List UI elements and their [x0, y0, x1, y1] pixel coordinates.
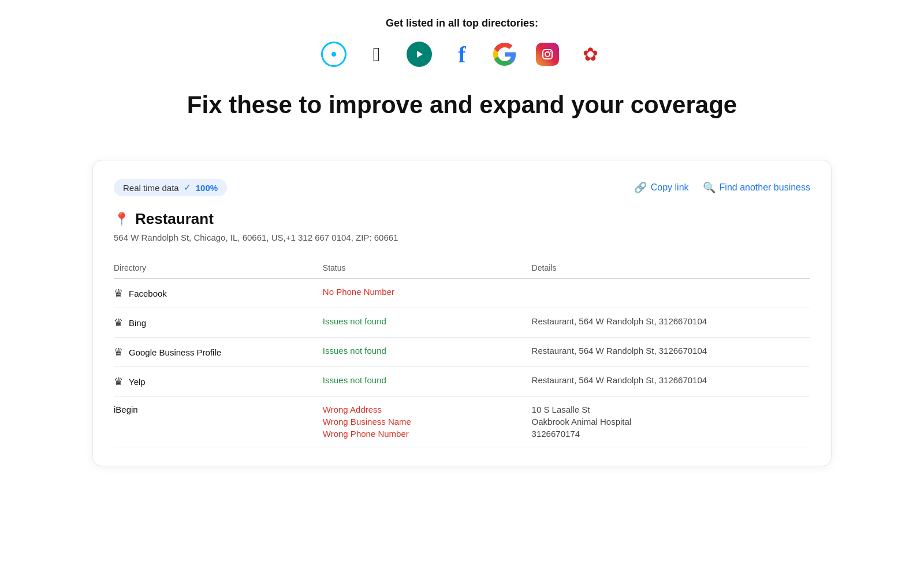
table-row: ♛FacebookNo Phone Number	[114, 279, 810, 308]
find-business-label: Find another business	[720, 182, 810, 193]
business-card: Real time data ✓ 100% 🔗 Copy link 🔍 Find…	[92, 160, 832, 466]
dir-name-text: Yelp	[129, 377, 146, 387]
status-line: Wrong Address	[323, 405, 532, 414]
directory-name: ♛Yelp	[114, 375, 323, 388]
dir-name-text: iBegin	[114, 405, 138, 414]
details-cell	[532, 279, 810, 308]
crown-icon: ♛	[114, 375, 123, 388]
details-cell: 10 S Lasalle StOakbrook Animal Hospital3…	[532, 397, 810, 447]
crown-icon: ♛	[114, 316, 123, 329]
directory-name: iBegin	[114, 405, 323, 414]
col-details: Details	[532, 259, 810, 279]
card-header: Real time data ✓ 100% 🔗 Copy link 🔍 Find…	[114, 179, 810, 196]
svg-point-0	[331, 52, 336, 57]
details-text: Restaurant, 564 W Randolph St, 312667010…	[532, 316, 707, 326]
copy-link-label: Copy link	[651, 182, 689, 193]
top-heading: Get listed in all top directories:	[92, 17, 832, 29]
bing-icon	[406, 41, 433, 68]
apple-icon: 	[363, 41, 390, 68]
table-row: ♛Google Business ProfileIssues not found…	[114, 338, 810, 367]
svg-marker-1	[417, 51, 423, 58]
find-business-button[interactable]: 🔍 Find another business	[703, 181, 810, 194]
yelp-icon: ✿	[577, 41, 603, 68]
google-icon	[491, 41, 518, 68]
brand-icons-row:  f	[92, 41, 832, 68]
dir-name-text: Google Business Profile	[129, 347, 221, 357]
badge-label: Real time data	[123, 183, 179, 193]
business-address: 564 W Randolph St, Chicago, IL, 60661, U…	[114, 233, 810, 242]
table-header-row: Directory Status Details	[114, 259, 810, 279]
status-cell: Issues not found	[323, 308, 532, 338]
col-directory: Directory	[114, 259, 323, 279]
search-icon: 🔍	[703, 181, 716, 194]
directory-name: ♛Facebook	[114, 287, 323, 300]
business-title: 📍 Restaurant	[114, 210, 810, 228]
details-line: 3126670174	[532, 429, 810, 439]
crown-icon: ♛	[114, 287, 123, 300]
details-cell: Restaurant, 564 W Randolph St, 312667010…	[532, 308, 810, 338]
check-mark: ✓	[184, 182, 191, 193]
location-icon: 📍	[114, 212, 129, 227]
card-actions: 🔗 Copy link 🔍 Find another business	[634, 181, 810, 194]
status-text: No Phone Number	[323, 287, 394, 297]
main-heading: Fix these to improve and expand your cov…	[92, 91, 832, 119]
details-line: Oakbrook Animal Hospital	[532, 417, 810, 427]
status-line: Wrong Business Name	[323, 417, 532, 427]
link-icon: 🔗	[634, 181, 647, 194]
details-cell: Restaurant, 564 W Randolph St, 312667010…	[532, 367, 810, 397]
table-row: iBeginWrong AddressWrong Business NameWr…	[114, 397, 810, 447]
facebook-icon: f	[449, 41, 475, 68]
status-line: Wrong Phone Number	[323, 429, 532, 439]
directory-name: ♛Google Business Profile	[114, 346, 323, 358]
directory-table: Directory Status Details ♛FacebookNo Pho…	[114, 259, 810, 447]
svg-point-4	[550, 51, 551, 52]
badge-percent: 100%	[196, 183, 218, 193]
details-line: 10 S Lasalle St	[532, 405, 810, 414]
dir-name-text: Facebook	[129, 289, 167, 298]
realtime-badge: Real time data ✓ 100%	[114, 179, 227, 196]
table-row: ♛YelpIssues not foundRestaurant, 564 W R…	[114, 367, 810, 397]
alexa-icon	[321, 41, 347, 68]
status-cell: Wrong AddressWrong Business NameWrong Ph…	[323, 397, 532, 447]
directory-name: ♛Bing	[114, 316, 323, 329]
status-text: Issues not found	[323, 346, 386, 356]
details-cell: Restaurant, 564 W Randolph St, 312667010…	[532, 338, 810, 367]
dir-name-text: Bing	[129, 318, 146, 328]
crown-icon: ♛	[114, 346, 123, 358]
svg-point-3	[545, 52, 550, 57]
status-cell: Issues not found	[323, 367, 532, 397]
status-text: Issues not found	[323, 316, 386, 326]
status-cell: Issues not found	[323, 338, 532, 367]
col-status: Status	[323, 259, 532, 279]
table-row: ♛BingIssues not foundRestaurant, 564 W R…	[114, 308, 810, 338]
copy-link-button[interactable]: 🔗 Copy link	[634, 181, 689, 194]
instagram-icon	[534, 41, 561, 68]
details-text: Restaurant, 564 W Randolph St, 312667010…	[532, 346, 707, 356]
status-text: Issues not found	[323, 375, 386, 385]
business-name: Restaurant	[135, 210, 214, 228]
status-cell: No Phone Number	[323, 279, 532, 308]
details-text: Restaurant, 564 W Randolph St, 312667010…	[532, 375, 707, 385]
